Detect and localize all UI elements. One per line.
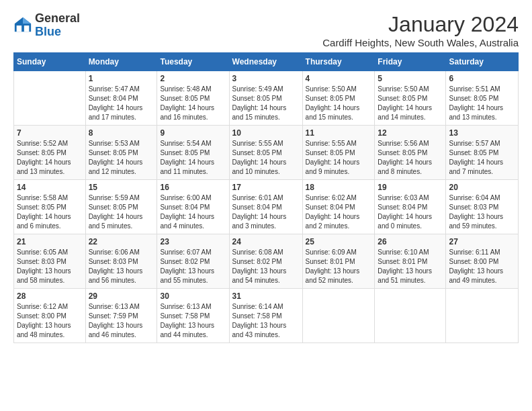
day-info: Sunrise: 6:07 AMSunset: 8:02 PMDaylight:…	[160, 248, 226, 285]
table-row: 13Sunrise: 5:57 AMSunset: 8:05 PMDayligh…	[446, 126, 519, 180]
day-number: 21	[17, 237, 83, 246]
day-number: 1	[89, 74, 154, 83]
day-number: 6	[449, 74, 515, 83]
table-row: 30Sunrise: 6:13 AMSunset: 7:58 PMDayligh…	[157, 289, 229, 343]
table-row	[14, 71, 86, 126]
day-info: Sunrise: 5:50 AMSunset: 8:05 PMDaylight:…	[306, 85, 372, 122]
table-row: 23Sunrise: 6:07 AMSunset: 8:02 PMDayligh…	[157, 234, 229, 289]
calendar-week-row: 1Sunrise: 5:47 AMSunset: 8:04 PMDaylight…	[14, 71, 519, 126]
day-info: Sunrise: 5:47 AMSunset: 8:04 PMDaylight:…	[89, 85, 154, 122]
calendar-week-row: 14Sunrise: 5:58 AMSunset: 8:05 PMDayligh…	[14, 180, 519, 234]
table-row: 3Sunrise: 5:49 AMSunset: 8:05 PMDaylight…	[229, 71, 302, 126]
day-info: Sunrise: 6:00 AMSunset: 8:04 PMDaylight:…	[160, 193, 226, 231]
table-row: 21Sunrise: 6:05 AMSunset: 8:03 PMDayligh…	[14, 234, 86, 289]
table-row: 2Sunrise: 5:48 AMSunset: 8:05 PMDaylight…	[157, 71, 229, 126]
table-row: 18Sunrise: 6:02 AMSunset: 8:04 PMDayligh…	[302, 180, 375, 234]
day-number: 9	[160, 128, 226, 138]
table-row: 27Sunrise: 6:11 AMSunset: 8:00 PMDayligh…	[446, 234, 519, 289]
logo-text-line2: Blue	[35, 26, 80, 39]
day-info: Sunrise: 5:48 AMSunset: 8:05 PMDaylight:…	[160, 85, 226, 122]
svg-rect-3	[24, 26, 29, 32]
calendar-header-row: Sunday Monday Tuesday Wednesday Thursday…	[14, 53, 519, 71]
day-number: 31	[232, 291, 300, 301]
table-row: 7Sunrise: 5:52 AMSunset: 8:05 PMDaylight…	[14, 126, 86, 180]
table-row: 22Sunrise: 6:06 AMSunset: 8:03 PMDayligh…	[85, 234, 157, 289]
day-number: 10	[232, 128, 300, 138]
table-row: 24Sunrise: 6:08 AMSunset: 8:02 PMDayligh…	[229, 234, 302, 289]
table-row: 16Sunrise: 6:00 AMSunset: 8:04 PMDayligh…	[157, 180, 229, 234]
day-info: Sunrise: 6:08 AMSunset: 8:02 PMDaylight:…	[232, 248, 300, 285]
day-number: 27	[449, 237, 515, 246]
day-info: Sunrise: 6:13 AMSunset: 7:58 PMDaylight:…	[160, 302, 226, 340]
table-row: 5Sunrise: 5:50 AMSunset: 8:05 PMDaylight…	[375, 71, 446, 126]
table-row	[446, 289, 519, 343]
svg-rect-2	[17, 26, 21, 32]
day-info: Sunrise: 5:55 AMSunset: 8:05 PMDaylight:…	[232, 139, 300, 177]
table-row: 4Sunrise: 5:50 AMSunset: 8:05 PMDaylight…	[302, 71, 375, 126]
day-info: Sunrise: 6:03 AMSunset: 8:04 PMDaylight:…	[378, 193, 443, 231]
day-number: 11	[306, 128, 372, 138]
table-row: 15Sunrise: 5:59 AMSunset: 8:05 PMDayligh…	[85, 180, 157, 234]
table-row: 12Sunrise: 5:56 AMSunset: 8:05 PMDayligh…	[375, 126, 446, 180]
month-title: January 2024	[322, 12, 519, 37]
day-number: 12	[378, 128, 443, 138]
svg-marker-1	[23, 17, 31, 24]
day-number: 4	[306, 74, 372, 83]
day-number: 23	[160, 237, 226, 246]
table-row: 11Sunrise: 5:55 AMSunset: 8:05 PMDayligh…	[302, 126, 375, 180]
day-info: Sunrise: 5:55 AMSunset: 8:05 PMDaylight:…	[306, 139, 372, 177]
day-info: Sunrise: 5:56 AMSunset: 8:05 PMDaylight:…	[378, 139, 443, 177]
location-title: Cardiff Heights, New South Wales, Austra…	[322, 37, 519, 48]
table-row: 10Sunrise: 5:55 AMSunset: 8:05 PMDayligh…	[229, 126, 302, 180]
table-row: 29Sunrise: 6:13 AMSunset: 7:59 PMDayligh…	[85, 289, 157, 343]
day-info: Sunrise: 6:05 AMSunset: 8:03 PMDaylight:…	[17, 248, 83, 285]
table-row: 17Sunrise: 6:01 AMSunset: 8:04 PMDayligh…	[229, 180, 302, 234]
day-info: Sunrise: 6:10 AMSunset: 8:01 PMDaylight:…	[378, 248, 443, 285]
day-number: 5	[378, 74, 443, 83]
day-info: Sunrise: 5:49 AMSunset: 8:05 PMDaylight:…	[232, 85, 300, 122]
table-row: 26Sunrise: 6:10 AMSunset: 8:01 PMDayligh…	[375, 234, 446, 289]
day-number: 20	[449, 183, 515, 192]
day-info: Sunrise: 6:01 AMSunset: 8:04 PMDaylight:…	[232, 193, 300, 231]
header: General Blue January 2024 Cardiff Height…	[13, 12, 519, 48]
col-tuesday: Tuesday	[157, 53, 229, 71]
day-number: 24	[232, 237, 300, 246]
logo-icon	[13, 16, 32, 35]
day-number: 22	[89, 237, 154, 246]
table-row: 19Sunrise: 6:03 AMSunset: 8:04 PMDayligh…	[375, 180, 446, 234]
col-monday: Monday	[85, 53, 157, 71]
table-row	[375, 289, 446, 343]
day-number: 15	[89, 183, 154, 192]
logo: General Blue	[13, 12, 80, 39]
table-row: 1Sunrise: 5:47 AMSunset: 8:04 PMDaylight…	[85, 71, 157, 126]
day-info: Sunrise: 6:11 AMSunset: 8:00 PMDaylight:…	[449, 248, 515, 285]
day-number: 14	[17, 183, 83, 192]
day-info: Sunrise: 5:53 AMSunset: 8:05 PMDaylight:…	[89, 139, 154, 177]
day-number: 7	[17, 128, 83, 138]
day-info: Sunrise: 6:02 AMSunset: 8:04 PMDaylight:…	[306, 193, 372, 231]
logo-text-line1: General	[35, 12, 80, 26]
day-number: 3	[232, 74, 300, 83]
day-number: 29	[89, 291, 154, 301]
day-number: 30	[160, 291, 226, 301]
table-row	[302, 289, 375, 343]
day-info: Sunrise: 6:06 AMSunset: 8:03 PMDaylight:…	[89, 248, 154, 285]
table-row: 25Sunrise: 6:09 AMSunset: 8:01 PMDayligh…	[302, 234, 375, 289]
day-info: Sunrise: 5:54 AMSunset: 8:05 PMDaylight:…	[160, 139, 226, 177]
col-sunday: Sunday	[14, 53, 86, 71]
day-info: Sunrise: 5:59 AMSunset: 8:05 PMDaylight:…	[89, 193, 154, 231]
day-info: Sunrise: 5:51 AMSunset: 8:05 PMDaylight:…	[449, 85, 515, 122]
col-thursday: Thursday	[302, 53, 375, 71]
table-row: 8Sunrise: 5:53 AMSunset: 8:05 PMDaylight…	[85, 126, 157, 180]
col-wednesday: Wednesday	[229, 53, 302, 71]
page-container: General Blue January 2024 Cardiff Height…	[0, 0, 532, 350]
col-saturday: Saturday	[446, 53, 519, 71]
day-number: 16	[160, 183, 226, 192]
table-row: 9Sunrise: 5:54 AMSunset: 8:05 PMDaylight…	[157, 126, 229, 180]
day-info: Sunrise: 5:52 AMSunset: 8:05 PMDaylight:…	[17, 139, 83, 177]
table-row: 28Sunrise: 6:12 AMSunset: 8:00 PMDayligh…	[14, 289, 86, 343]
col-friday: Friday	[375, 53, 446, 71]
day-info: Sunrise: 5:50 AMSunset: 8:05 PMDaylight:…	[378, 85, 443, 122]
day-info: Sunrise: 6:12 AMSunset: 8:00 PMDaylight:…	[17, 302, 83, 340]
day-number: 28	[17, 291, 83, 301]
